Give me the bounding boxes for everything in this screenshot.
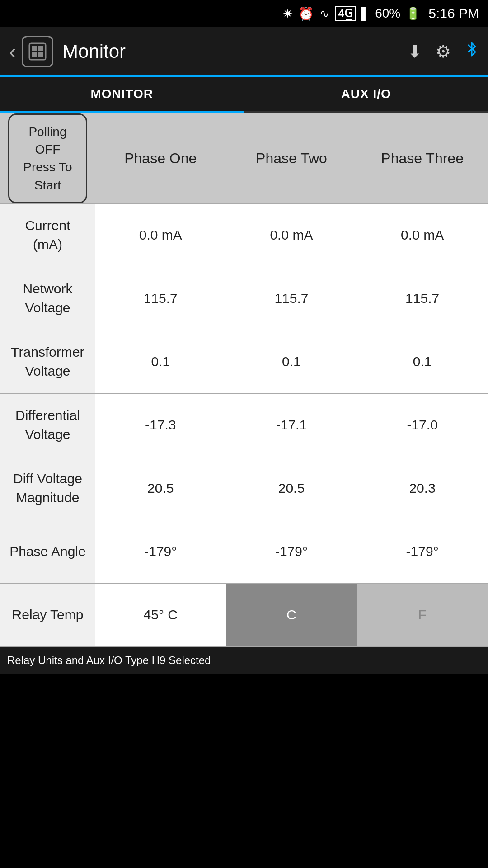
monitor-table: PollingOFFPress ToStart Phase One Phase …: [0, 113, 488, 647]
row-label-network-voltage: NetworkVoltage: [0, 267, 95, 330]
svg-rect-3: [32, 52, 37, 57]
status-bar: ✷ ⏰ ∿ 4G̲ ▌ 60% 🔋 5:16 PM: [0, 0, 488, 27]
polling-button[interactable]: PollingOFFPress ToStart: [8, 113, 87, 203]
title-bar: ‹ Monitor ⬇ ⚙: [0, 27, 488, 77]
row-label-relay-temp: Relay Temp: [0, 583, 95, 646]
svg-rect-4: [38, 52, 43, 57]
back-button[interactable]: ‹: [9, 39, 16, 64]
phase-angle-p1: -179°: [95, 520, 226, 583]
phase-one-header: Phase One: [95, 113, 226, 204]
table-row: DifferentialVoltage -17.3 -17.1 -17.0: [0, 393, 488, 457]
relay-temp-p1: 45° C: [95, 583, 226, 646]
download-button[interactable]: ⬇: [408, 42, 422, 61]
tab-monitor[interactable]: MONITOR: [0, 77, 244, 111]
bluetooth-button[interactable]: [465, 40, 479, 62]
diff-voltage-mag-p2: 20.5: [226, 457, 357, 520]
network-voltage-p1: 115.7: [95, 267, 226, 330]
diff-voltage-mag-p3: 20.3: [357, 457, 488, 520]
transformer-voltage-p1: 0.1: [95, 330, 226, 393]
current-p3: 0.0 mA: [357, 203, 488, 267]
diff-voltage-mag-p1: 20.5: [95, 457, 226, 520]
alarm-icon: ⏰: [298, 6, 314, 21]
polling-button-cell[interactable]: PollingOFFPress ToStart: [0, 113, 95, 204]
row-label-phase-angle: Phase Angle: [0, 520, 95, 583]
current-p2: 0.0 mA: [226, 203, 357, 267]
tab-aux-io-label: AUX I/O: [341, 87, 391, 101]
network-voltage-p3: 115.7: [357, 267, 488, 330]
app-icon: [22, 36, 53, 67]
differential-voltage-p3: -17.0: [357, 393, 488, 457]
footer: Relay Units and Aux I/O Type H9 Selected: [0, 647, 488, 674]
footer-text: Relay Units and Aux I/O Type H9 Selected: [7, 654, 211, 667]
signal-bars-icon: ▌: [361, 7, 370, 21]
battery-icon: 🔋: [406, 7, 420, 21]
row-label-current: Current(mA): [0, 203, 95, 267]
transformer-voltage-p2: 0.1: [226, 330, 357, 393]
differential-voltage-p2: -17.1: [226, 393, 357, 457]
bluetooth-icon: ✷: [282, 6, 293, 21]
settings-button[interactable]: ⚙: [436, 42, 451, 61]
table-row: Phase Angle -179° -179° -179°: [0, 520, 488, 583]
row-label-differential-voltage: DifferentialVoltage: [0, 393, 95, 457]
relay-unit-celsius-button[interactable]: C: [226, 583, 357, 646]
app-title-label: Monitor: [62, 41, 394, 62]
network-voltage-p2: 115.7: [226, 267, 357, 330]
table-row: NetworkVoltage 115.7 115.7 115.7: [0, 267, 488, 330]
wifi-icon: ∿: [319, 7, 329, 21]
polling-text: PollingOFFPress ToStart: [23, 125, 72, 192]
signal-icon: 4G̲: [335, 6, 356, 21]
time-display: 5:16 PM: [428, 6, 479, 21]
row-label-transformer-voltage: TransformerVoltage: [0, 330, 95, 393]
current-p1: 0.0 mA: [95, 203, 226, 267]
relay-unit-fahrenheit-button[interactable]: F: [357, 583, 488, 646]
table-header-row: PollingOFFPress ToStart Phase One Phase …: [0, 113, 488, 204]
row-label-diff-voltage-magnitude: Diff VoltageMagnitude: [0, 457, 95, 520]
phase-three-header: Phase Three: [357, 113, 488, 204]
battery-text: 60%: [375, 6, 400, 21]
phase-angle-p3: -179°: [357, 520, 488, 583]
differential-voltage-p1: -17.3: [95, 393, 226, 457]
tab-aux-io[interactable]: AUX I/O: [244, 77, 488, 111]
svg-rect-2: [38, 46, 43, 51]
svg-rect-1: [32, 46, 37, 51]
svg-rect-0: [29, 43, 46, 60]
table-row: Diff VoltageMagnitude 20.5 20.5 20.3: [0, 457, 488, 520]
table-row: TransformerVoltage 0.1 0.1 0.1: [0, 330, 488, 393]
transformer-voltage-p3: 0.1: [357, 330, 488, 393]
tab-monitor-label: MONITOR: [90, 87, 153, 101]
phase-two-header: Phase Two: [226, 113, 357, 204]
phase-angle-p2: -179°: [226, 520, 357, 583]
table-row: Relay Temp 45° C C F: [0, 583, 488, 646]
table-row: Current(mA) 0.0 mA 0.0 mA 0.0 mA: [0, 203, 488, 267]
main-content: PollingOFFPress ToStart Phase One Phase …: [0, 113, 488, 647]
tabs: MONITOR AUX I/O: [0, 77, 488, 113]
